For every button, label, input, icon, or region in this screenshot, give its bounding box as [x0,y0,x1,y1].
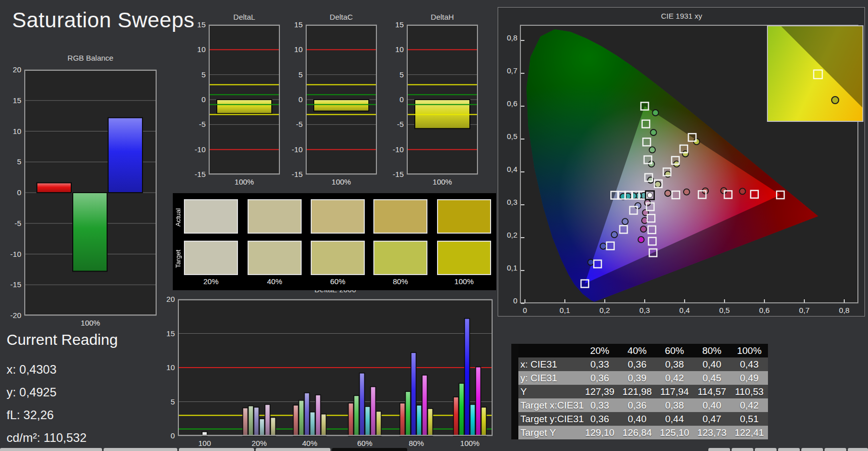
tab-bar [0,448,868,451]
rgb-balance-chart [24,70,157,315]
current-reading-value: y: 0,4925 [7,385,57,399]
y-tick-label: 0 [171,431,175,440]
tab-12[interactable] [848,448,868,451]
swatch-actual-20% [184,199,238,234]
y-tick-label: 0,2 [507,231,517,239]
y-tick-label: 20 [13,65,21,74]
y-tick-label: 10 [197,45,206,54]
y-tick-label: 0,4 [507,165,517,173]
cie-inset-zoom [767,25,863,122]
x-axis-label: 100 [198,439,211,447]
tab-7[interactable] [732,448,753,451]
deltae-bar [265,404,270,436]
tab-3[interactable] [179,448,254,451]
x-tick-label: 0,4 [680,306,690,314]
tab-9[interactable] [778,448,800,451]
swatch-target-100% [437,241,491,275]
bar-100% [314,100,369,111]
deltae-bar [411,352,416,436]
swatch-target-80% [373,241,427,275]
swatch-actual-40% [248,199,302,234]
cie-panel: CIE 1931 xy000,10,10,20,20,30,30,40,40,5… [498,7,865,317]
y-tick-label: 20 [166,295,175,303]
table-cell: 129,10 [585,426,614,439]
x-axis-label: 100% [81,319,100,327]
deltae-2000-chart [178,299,493,436]
y-tick-label: 5 [202,70,206,79]
table-row-label: Target x:CIE31 [520,398,584,412]
current-reading-title: Current Reading [7,331,118,348]
measured-point-red [740,188,746,194]
tab-8[interactable] [755,448,777,451]
y-tick-label: 5 [400,70,404,79]
y-tick-label: 5 [17,157,21,166]
table-cell: 0,43 [740,357,759,371]
table-cell: 0,39 [628,371,647,385]
bar-blue [108,118,142,193]
table-cell: 114,57 [698,385,727,398]
table-cell: 0,38 [665,357,684,371]
deltae-bar [376,411,381,436]
y-tick-label: 10 [13,127,21,136]
table-cell: 121,98 [622,385,652,398]
swatch-col-label: 60% [330,277,345,286]
y-tick-label: 0 [299,95,303,104]
table-cell: 0,42 [665,371,684,385]
tab-11[interactable] [825,448,846,451]
deltae-bar [321,414,326,436]
table-header-cell: 40% [628,344,647,357]
table-cell: 0,33 [591,398,609,412]
y-tick-label: -5 [397,120,404,128]
measured-point-green [649,147,655,153]
table-cell: 0,40 [703,398,721,412]
deltae-bar [316,395,321,436]
measured-point-blue [600,243,606,249]
tab-2[interactable] [104,448,177,451]
y-tick-label: 0,1 [507,263,517,272]
tab-10[interactable] [801,448,823,451]
tab-6[interactable] [708,448,730,451]
x-tick-label: 0 [523,306,527,314]
deltae-bar [305,393,310,436]
y-tick-label: -15 [10,280,21,289]
swatch-actual-80% [373,199,427,234]
table-cell: 110,53 [735,385,764,398]
table-cell: 0,47 [703,412,721,426]
tab-5-selected[interactable] [332,448,407,451]
table-header-row: 20%40%60%80%100% [518,344,768,357]
current-reading: Current Readingx: 0,4303y: 0,4925fL: 32,… [7,331,158,447]
table-cell: 0,51 [740,412,759,426]
x-axis-label: 60% [357,439,372,447]
measured-point-green [650,129,656,136]
deltae-bar [349,403,354,436]
table-row: x: CIE310,330,360,380,400,43 [518,357,768,371]
swatch-row-label-target: Target [174,246,182,272]
y-tick-label: -15 [195,170,206,178]
table-cell: 0,45 [703,371,721,385]
x-axis-label: 100% [234,177,254,186]
swatch-col-label: 100% [454,277,473,286]
tab-4[interactable] [256,448,330,451]
y-tick-label: 15 [197,20,206,29]
tab-1[interactable] [0,448,102,451]
deltae-bar [260,419,265,436]
bar-red [37,183,71,193]
deltae-bar [360,373,365,436]
table-cell: 127,39 [585,385,614,398]
swatch-col-label: 80% [393,277,408,286]
y-tick-label: 0 [513,296,517,305]
swatch-actual-100% [437,199,491,234]
deltae-bar [417,405,422,436]
deltae-bar [481,407,487,436]
table-cell: 0,36 [591,371,609,385]
y-tick-label: 0,3 [507,198,517,206]
deltae-bar [400,403,405,436]
swatch-target-20% [184,241,238,275]
table-cell: 126,84 [622,426,652,439]
x-tick-label: 0,8 [839,306,850,314]
table-row: Target y:CIE310,360,400,440,470,51 [518,412,768,426]
measured-point-blue [588,259,594,265]
deltae-bar [294,405,299,436]
table-header-cell: 100% [737,344,762,357]
current-reading-value: cd/m²: 110,532 [7,431,86,445]
